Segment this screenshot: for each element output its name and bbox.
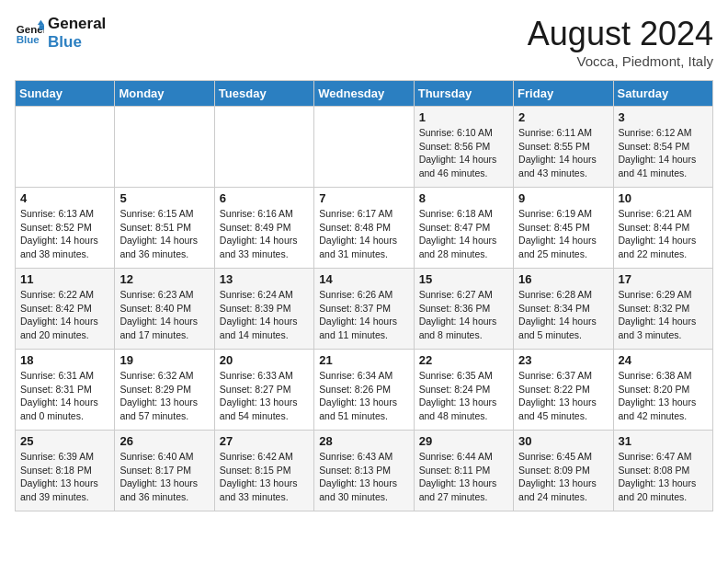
logo-general: General	[48, 15, 106, 33]
day-number: 21	[319, 353, 408, 367]
calendar-week-4: 18Sunrise: 6:31 AM Sunset: 8:31 PM Dayli…	[16, 350, 713, 431]
cell-content: Sunrise: 6:24 AM Sunset: 8:39 PM Dayligh…	[220, 288, 309, 342]
logo-blue: Blue	[48, 33, 106, 52]
svg-marker-3	[40, 25, 44, 29]
cell-content: Sunrise: 6:29 AM Sunset: 8:32 PM Dayligh…	[619, 288, 708, 342]
day-number: 24	[619, 353, 708, 367]
calendar-cell: 12Sunrise: 6:23 AM Sunset: 8:40 PM Dayli…	[115, 269, 214, 350]
day-number: 29	[419, 434, 508, 448]
day-number: 4	[20, 191, 109, 205]
calendar-cell: 7Sunrise: 6:17 AM Sunset: 8:48 PM Daylig…	[314, 188, 414, 269]
calendar-cell: 24Sunrise: 6:38 AM Sunset: 8:20 PM Dayli…	[613, 350, 712, 431]
calendar-cell: 25Sunrise: 6:39 AM Sunset: 8:18 PM Dayli…	[16, 431, 115, 511]
day-header-friday: Friday	[514, 81, 613, 107]
day-number: 2	[518, 110, 608, 124]
svg-marker-2	[38, 19, 44, 24]
day-number: 20	[220, 353, 309, 367]
cell-content: Sunrise: 6:11 AM Sunset: 8:55 PM Dayligh…	[518, 126, 608, 180]
calendar-cell: 5Sunrise: 6:15 AM Sunset: 8:51 PM Daylig…	[115, 188, 214, 269]
cell-content: Sunrise: 6:16 AM Sunset: 8:49 PM Dayligh…	[220, 207, 309, 261]
calendar-cell: 17Sunrise: 6:29 AM Sunset: 8:32 PM Dayli…	[613, 269, 712, 350]
calendar-cell: 18Sunrise: 6:31 AM Sunset: 8:31 PM Dayli…	[16, 350, 115, 431]
calendar-cell	[214, 107, 313, 188]
calendar-cell	[314, 107, 414, 188]
day-number: 12	[119, 272, 209, 286]
calendar-cell: 9Sunrise: 6:19 AM Sunset: 8:45 PM Daylig…	[514, 188, 613, 269]
cell-content: Sunrise: 6:26 AM Sunset: 8:37 PM Dayligh…	[319, 288, 408, 342]
cell-content: Sunrise: 6:18 AM Sunset: 8:47 PM Dayligh…	[419, 207, 508, 261]
cell-content: Sunrise: 6:35 AM Sunset: 8:24 PM Dayligh…	[419, 369, 508, 423]
cell-content: Sunrise: 6:13 AM Sunset: 8:52 PM Dayligh…	[20, 207, 109, 261]
calendar-cell: 21Sunrise: 6:34 AM Sunset: 8:26 PM Dayli…	[314, 350, 414, 431]
title-block: August 2024 Vocca, Piedmont, Italy	[528, 15, 713, 69]
calendar-cell: 1Sunrise: 6:10 AM Sunset: 8:56 PM Daylig…	[414, 107, 513, 188]
cell-content: Sunrise: 6:15 AM Sunset: 8:51 PM Dayligh…	[119, 207, 209, 261]
day-number: 7	[319, 191, 408, 205]
calendar-cell: 14Sunrise: 6:26 AM Sunset: 8:37 PM Dayli…	[314, 269, 414, 350]
cell-content: Sunrise: 6:42 AM Sunset: 8:15 PM Dayligh…	[220, 450, 309, 504]
location: Vocca, Piedmont, Italy	[528, 53, 713, 69]
day-number: 31	[619, 434, 708, 448]
day-number: 11	[20, 272, 109, 286]
calendar-cell: 29Sunrise: 6:44 AM Sunset: 8:11 PM Dayli…	[414, 431, 513, 511]
calendar-cell: 2Sunrise: 6:11 AM Sunset: 8:55 PM Daylig…	[514, 107, 613, 188]
calendar-cell: 23Sunrise: 6:37 AM Sunset: 8:22 PM Dayli…	[514, 350, 613, 431]
calendar-cell: 15Sunrise: 6:27 AM Sunset: 8:36 PM Dayli…	[414, 269, 513, 350]
cell-content: Sunrise: 6:17 AM Sunset: 8:48 PM Dayligh…	[319, 207, 408, 261]
day-header-sunday: Sunday	[16, 81, 115, 107]
cell-content: Sunrise: 6:22 AM Sunset: 8:42 PM Dayligh…	[20, 288, 109, 342]
cell-content: Sunrise: 6:34 AM Sunset: 8:26 PM Dayligh…	[319, 369, 408, 423]
day-header-monday: Monday	[115, 81, 214, 107]
cell-content: Sunrise: 6:19 AM Sunset: 8:45 PM Dayligh…	[518, 207, 608, 261]
calendar-cell: 19Sunrise: 6:32 AM Sunset: 8:29 PM Dayli…	[115, 350, 214, 431]
day-header-tuesday: Tuesday	[214, 81, 313, 107]
calendar-cell: 22Sunrise: 6:35 AM Sunset: 8:24 PM Dayli…	[414, 350, 513, 431]
day-header-thursday: Thursday	[414, 81, 513, 107]
day-number: 25	[20, 434, 109, 448]
day-number: 22	[419, 353, 508, 367]
day-number: 15	[419, 272, 508, 286]
calendar-cell	[16, 107, 115, 188]
day-header-wednesday: Wednesday	[314, 81, 414, 107]
calendar-cell: 26Sunrise: 6:40 AM Sunset: 8:17 PM Dayli…	[115, 431, 214, 511]
cell-content: Sunrise: 6:31 AM Sunset: 8:31 PM Dayligh…	[20, 369, 109, 423]
day-number: 14	[319, 272, 408, 286]
calendar-cell: 8Sunrise: 6:18 AM Sunset: 8:47 PM Daylig…	[414, 188, 513, 269]
day-number: 9	[518, 191, 608, 205]
day-number: 30	[518, 434, 608, 448]
page-header: General Blue General Blue August 2024 Vo…	[15, 15, 713, 69]
day-number: 1	[419, 110, 508, 124]
calendar-week-5: 25Sunrise: 6:39 AM Sunset: 8:18 PM Dayli…	[16, 431, 713, 511]
calendar-cell: 4Sunrise: 6:13 AM Sunset: 8:52 PM Daylig…	[16, 188, 115, 269]
month-title: August 2024	[528, 15, 713, 53]
calendar-cell: 31Sunrise: 6:47 AM Sunset: 8:08 PM Dayli…	[613, 431, 712, 511]
calendar-week-3: 11Sunrise: 6:22 AM Sunset: 8:42 PM Dayli…	[16, 269, 713, 350]
day-number: 13	[220, 272, 309, 286]
logo-icon: General Blue	[15, 18, 44, 48]
cell-content: Sunrise: 6:37 AM Sunset: 8:22 PM Dayligh…	[518, 369, 608, 423]
cell-content: Sunrise: 6:23 AM Sunset: 8:40 PM Dayligh…	[119, 288, 209, 342]
day-number: 17	[619, 272, 708, 286]
day-header-saturday: Saturday	[613, 81, 712, 107]
cell-content: Sunrise: 6:21 AM Sunset: 8:44 PM Dayligh…	[619, 207, 708, 261]
calendar-cell: 10Sunrise: 6:21 AM Sunset: 8:44 PM Dayli…	[613, 188, 712, 269]
cell-content: Sunrise: 6:40 AM Sunset: 8:17 PM Dayligh…	[119, 450, 209, 504]
cell-content: Sunrise: 6:44 AM Sunset: 8:11 PM Dayligh…	[419, 450, 508, 504]
calendar-cell: 13Sunrise: 6:24 AM Sunset: 8:39 PM Dayli…	[214, 269, 313, 350]
logo: General Blue General Blue	[15, 15, 106, 51]
cell-content: Sunrise: 6:45 AM Sunset: 8:09 PM Dayligh…	[518, 450, 608, 504]
day-number: 6	[220, 191, 309, 205]
cell-content: Sunrise: 6:32 AM Sunset: 8:29 PM Dayligh…	[119, 369, 209, 423]
day-number: 3	[619, 110, 708, 124]
calendar-cell: 11Sunrise: 6:22 AM Sunset: 8:42 PM Dayli…	[16, 269, 115, 350]
calendar-cell: 16Sunrise: 6:28 AM Sunset: 8:34 PM Dayli…	[514, 269, 613, 350]
calendar-cell: 3Sunrise: 6:12 AM Sunset: 8:54 PM Daylig…	[613, 107, 712, 188]
cell-content: Sunrise: 6:27 AM Sunset: 8:36 PM Dayligh…	[419, 288, 508, 342]
day-number: 23	[518, 353, 608, 367]
cell-content: Sunrise: 6:39 AM Sunset: 8:18 PM Dayligh…	[20, 450, 109, 504]
day-number: 5	[119, 191, 209, 205]
calendar-header: SundayMondayTuesdayWednesdayThursdayFrid…	[16, 81, 713, 107]
calendar-cell	[115, 107, 214, 188]
calendar-week-1: 1Sunrise: 6:10 AM Sunset: 8:56 PM Daylig…	[16, 107, 713, 188]
day-number: 26	[119, 434, 209, 448]
